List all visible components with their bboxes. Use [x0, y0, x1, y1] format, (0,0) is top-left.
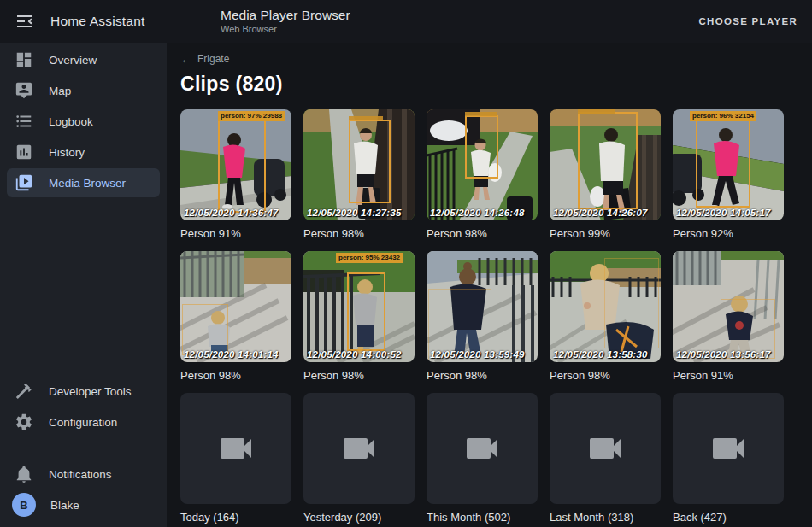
clip-card[interactable]: 12/05/2020 13:56:17 Person 91%	[673, 251, 784, 382]
back-arrow-icon: ←	[180, 54, 191, 65]
breadcrumb-label: Frigate	[197, 53, 229, 65]
folder-card-last-month[interactable]: Last Month (318)	[550, 393, 661, 524]
choose-player-button[interactable]: CHOOSE PLAYER	[697, 9, 799, 33]
sidebar: Overview Map Logbook History Media Brows…	[0, 43, 167, 527]
sidebar-item-label: Logbook	[49, 115, 93, 128]
timestamp-overlay: 12/05/2020 14:27:35	[307, 208, 402, 218]
clip-caption: Person 98%	[303, 227, 415, 240]
sidebar-item-label: Media Browser	[49, 177, 126, 190]
clip-caption: Person 98%	[180, 369, 291, 382]
folder-thumbnail	[550, 393, 661, 504]
video-camera-icon	[462, 428, 503, 469]
video-camera-icon	[215, 428, 256, 469]
sidebar-item-label: Overview	[49, 54, 97, 67]
top-bar: Home Assistant Media Player Browser Web …	[0, 0, 812, 43]
tooltip-account-icon	[14, 80, 34, 101]
clip-card[interactable]: 12/05/2020 14:26:48 Person 98%	[427, 109, 538, 240]
clip-card[interactable]: person: 96% 32154 12/05/2020 14:05:17 Pe…	[673, 109, 784, 240]
folder-label: This Month (502)	[427, 511, 538, 524]
video-camera-icon	[585, 428, 626, 469]
avatar: B	[12, 493, 36, 517]
clip-thumbnail: 12/05/2020 14:01:14	[180, 251, 291, 362]
play-box-multiple-icon	[14, 173, 34, 193]
sidebar-item-label: Developer Tools	[49, 385, 132, 398]
sidebar-item-label: Configuration	[49, 416, 117, 429]
clip-thumbnail: 12/05/2020 14:27:35	[303, 109, 415, 220]
video-camera-icon	[708, 428, 749, 469]
sidebar-item-map[interactable]: Map	[7, 76, 160, 105]
clip-card[interactable]: 12/05/2020 14:26:07 Person 99%	[550, 109, 661, 240]
detection-box	[696, 119, 750, 208]
sidebar-item-history[interactable]: History	[7, 138, 160, 167]
clip-thumbnail: 12/05/2020 13:58:30	[550, 251, 661, 362]
sidebar-item-media-browser[interactable]: Media Browser	[7, 168, 160, 197]
detection-box	[218, 117, 266, 213]
clip-card[interactable]: 12/05/2020 14:27:35 Person 98%	[303, 109, 415, 240]
detection-label: person: 95% 23432	[336, 253, 403, 263]
clip-card[interactable]: person: 97% 29988 12/05/2020 14:36:47 Pe…	[180, 109, 291, 240]
sidebar-item-notifications[interactable]: Notifications	[7, 460, 160, 489]
detection-box	[604, 258, 659, 348]
sidebar-item-configuration[interactable]: Configuration	[7, 407, 160, 436]
clip-card[interactable]: person: 95% 23432 12/05/2020 14:00:52 Pe…	[303, 251, 415, 382]
clip-card[interactable]: 12/05/2020 13:59:49 Person 98%	[427, 251, 538, 382]
hammer-icon	[14, 381, 34, 401]
clip-caption: Person 98%	[303, 369, 415, 382]
folder-card-this-month[interactable]: This Month (502)	[427, 393, 538, 524]
clip-thumbnail: 12/05/2020 14:26:07	[550, 109, 661, 220]
detection-label-strip	[578, 109, 615, 114]
clip-card[interactable]: 12/05/2020 14:01:14 Person 98%	[180, 251, 291, 382]
clip-caption: Person 98%	[427, 227, 538, 240]
folder-label: Yesterday (209)	[303, 511, 415, 524]
detection-label: person: 97% 29988	[218, 111, 285, 121]
bell-icon	[14, 464, 34, 484]
folder-thumbnail	[303, 393, 415, 504]
clip-caption: Person 91%	[673, 369, 784, 382]
timestamp-overlay: 12/05/2020 13:58:30	[553, 349, 648, 360]
folder-card-back[interactable]: Back (427)	[673, 393, 784, 524]
folder-card-today[interactable]: Today (164)	[180, 393, 291, 524]
menu-open-icon[interactable]	[15, 11, 35, 32]
folder-thumbnail	[180, 393, 291, 504]
breadcrumb-back-frigate[interactable]: ← Frigate	[180, 51, 229, 67]
timestamp-overlay: 12/05/2020 14:26:07	[553, 208, 648, 218]
folder-label: Back (427)	[673, 511, 784, 524]
clip-caption: Person 91%	[180, 227, 291, 240]
media-player-title: Media Player Browser	[221, 8, 350, 24]
timestamp-overlay: 12/05/2020 14:26:48	[430, 208, 525, 218]
detection-box	[182, 304, 228, 355]
sidebar-item-overview[interactable]: Overview	[7, 45, 160, 74]
detection-box	[349, 120, 391, 203]
timestamp-overlay: 12/05/2020 14:01:14	[184, 349, 279, 360]
view-dashboard-icon	[14, 50, 34, 70]
clip-card[interactable]: 12/05/2020 13:58:30 Person 98%	[550, 251, 661, 382]
timestamp-overlay: 12/05/2020 14:00:52	[307, 349, 402, 360]
clip-caption: Person 98%	[427, 369, 538, 382]
detection-label-strip	[465, 112, 497, 116]
clip-caption: Person 92%	[673, 227, 784, 240]
sidebar-spacer	[0, 198, 167, 376]
top-bar-left: Home Assistant	[0, 0, 167, 43]
gear-icon	[14, 412, 34, 432]
sidebar-item-label: Map	[49, 85, 71, 97]
folder-card-yesterday[interactable]: Yesterday (209)	[303, 393, 415, 524]
timestamp-overlay: 12/05/2020 14:36:47	[184, 208, 279, 218]
clip-caption: Person 99%	[550, 227, 661, 240]
clip-thumbnail: 12/05/2020 13:59:49	[427, 251, 538, 362]
chart-box-icon	[14, 142, 34, 162]
timestamp-overlay: 12/05/2020 13:59:49	[430, 349, 525, 360]
clip-thumbnail: 12/05/2020 13:56:17	[673, 251, 784, 362]
sidebar-divider	[0, 448, 167, 448]
timestamp-overlay: 12/05/2020 13:56:17	[676, 349, 771, 360]
sidebar-item-developer-tools[interactable]: Developer Tools	[7, 377, 160, 406]
page-title: Clips (820)	[180, 73, 798, 96]
sidebar-item-logbook[interactable]: Logbook	[7, 107, 160, 136]
home-assistant-app: Home Assistant Media Player Browser Web …	[0, 0, 812, 527]
timestamp-overlay: 12/05/2020 14:05:17	[676, 208, 771, 218]
detection-box	[578, 112, 638, 209]
sidebar-item-label: Notifications	[49, 468, 112, 481]
sidebar-item-profile[interactable]: B Blake	[7, 490, 160, 519]
media-player-title-block: Media Player Browser Web Browser	[221, 8, 350, 35]
clip-thumbnail: person: 96% 32154 12/05/2020 14:05:17	[673, 109, 784, 220]
user-name: Blake	[50, 499, 79, 512]
